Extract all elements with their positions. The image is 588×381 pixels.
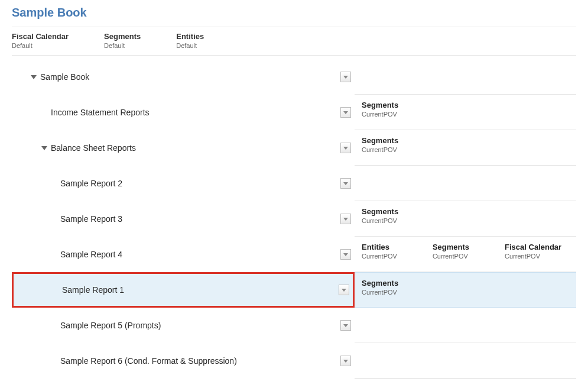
tree-label-wrap: Income Statement Reports: [12, 108, 355, 117]
detail-row: [355, 343, 576, 379]
row-menu-button[interactable]: [340, 107, 351, 118]
chevron-down-icon: [342, 289, 346, 292]
tree-item-label: Sample Report 5 (Prompts): [60, 321, 161, 330]
tree-row[interactable]: Sample Report 5 (Prompts): [12, 308, 355, 343]
detail-value: CurrentPOV: [362, 217, 398, 224]
detail-row: [355, 308, 576, 343]
detail-row: SegmentsCurrentPOV: [355, 272, 576, 308]
tree-row[interactable]: Balance Sheet Reports: [12, 130, 355, 166]
tree-label-wrap: Sample Report 1: [14, 285, 353, 295]
filter-value: Default: [12, 42, 69, 49]
filter-label: Segments: [104, 32, 141, 41]
filter-label: Entities: [176, 32, 204, 41]
tree-item-label: Income Statement Reports: [51, 108, 150, 117]
filter-item[interactable]: Fiscal CalendarDefault: [12, 32, 69, 49]
detail-panel: SegmentsCurrentPOVSegmentsCurrentPOVSegm…: [355, 56, 576, 379]
row-menu-button[interactable]: [340, 214, 351, 224]
chevron-down-icon: [343, 147, 348, 150]
detail-value: CurrentPOV: [505, 253, 561, 260]
filter-value: Default: [104, 42, 141, 49]
detail-label: Segments: [433, 243, 469, 251]
tree-row[interactable]: Sample Report 2: [12, 166, 355, 201]
detail-cell[interactable]: SegmentsCurrentPOV: [362, 101, 398, 130]
tree-label-wrap: Sample Book: [12, 72, 355, 82]
filter-item[interactable]: SegmentsDefault: [104, 32, 141, 49]
detail-cell[interactable]: SegmentsCurrentPOV: [362, 207, 398, 236]
filter-value: Default: [176, 42, 204, 49]
tree-label-wrap: Sample Report 3: [12, 214, 355, 224]
filter-label: Fiscal Calendar: [12, 32, 69, 41]
tree-item-label: Sample Report 1: [62, 285, 124, 295]
detail-value: CurrentPOV: [362, 146, 398, 153]
tree-row[interactable]: Sample Report 4: [12, 237, 355, 272]
detail-label: Segments: [362, 136, 398, 145]
tree-row[interactable]: Sample Report 3: [12, 201, 355, 237]
chevron-down-icon: [343, 111, 348, 114]
detail-value: CurrentPOV: [362, 111, 398, 118]
row-menu-button[interactable]: [339, 285, 349, 295]
page-title: Sample Book: [0, 0, 588, 27]
chevron-down-icon: [343, 218, 348, 221]
tree-item-label: Sample Report 4: [60, 250, 122, 259]
tree-item-label: Sample Report 3: [60, 214, 122, 224]
tree-item-label: Sample Book: [40, 72, 89, 82]
tree-row[interactable]: Sample Report 1: [12, 272, 355, 308]
row-menu-button[interactable]: [340, 178, 351, 189]
detail-row: [355, 166, 576, 201]
detail-value: CurrentPOV: [362, 253, 397, 260]
detail-row: SegmentsCurrentPOV: [355, 95, 576, 130]
tree-label-wrap: Sample Report 5 (Prompts): [12, 321, 355, 330]
chevron-down-icon: [343, 324, 348, 327]
tree-panel: Sample BookIncome Statement ReportsBalan…: [12, 56, 355, 379]
tree-label-wrap: Balance Sheet Reports: [12, 143, 355, 153]
tree-label-wrap: Sample Report 6 (Cond. Format & Suppress…: [12, 356, 355, 366]
tree-row[interactable]: Sample Book: [12, 59, 355, 95]
tree-row[interactable]: Income Statement Reports: [12, 95, 355, 130]
detail-label: Segments: [362, 101, 398, 109]
chevron-down-icon: [343, 76, 348, 79]
detail-label: Segments: [362, 207, 398, 216]
expand-toggle-icon[interactable]: [31, 75, 37, 79]
chevron-down-icon: [343, 253, 348, 256]
detail-cell[interactable]: SegmentsCurrentPOV: [362, 136, 398, 165]
detail-row: [355, 59, 576, 95]
detail-cell[interactable]: SegmentsCurrentPOV: [433, 243, 469, 272]
detail-value: CurrentPOV: [362, 289, 398, 296]
detail-row: SegmentsCurrentPOV: [355, 201, 576, 237]
detail-cell[interactable]: SegmentsCurrentPOV: [362, 279, 398, 307]
tree-row[interactable]: Sample Report 6 (Cond. Format & Suppress…: [12, 343, 355, 379]
chevron-down-icon: [343, 360, 348, 363]
detail-label: Fiscal Calendar: [505, 243, 561, 251]
content-area: Sample BookIncome Statement ReportsBalan…: [12, 56, 576, 379]
detail-value: CurrentPOV: [433, 253, 469, 260]
detail-cell[interactable]: Fiscal CalendarCurrentPOV: [505, 243, 561, 272]
tree-item-label: Balance Sheet Reports: [51, 143, 136, 153]
detail-row: SegmentsCurrentPOV: [355, 130, 576, 166]
filter-bar: Fiscal CalendarDefaultSegmentsDefaultEnt…: [12, 27, 576, 56]
row-menu-button[interactable]: [340, 143, 351, 153]
detail-cell[interactable]: EntitiesCurrentPOV: [362, 243, 397, 272]
row-menu-button[interactable]: [340, 249, 351, 260]
tree-label-wrap: Sample Report 4: [12, 250, 355, 259]
filter-item[interactable]: EntitiesDefault: [176, 32, 204, 49]
chevron-down-icon: [343, 182, 348, 185]
row-menu-button[interactable]: [340, 320, 351, 331]
row-menu-button[interactable]: [340, 356, 351, 366]
detail-label: Entities: [362, 243, 397, 251]
expand-toggle-icon[interactable]: [41, 146, 47, 150]
tree-item-label: Sample Report 6 (Cond. Format & Suppress…: [60, 356, 237, 366]
tree-item-label: Sample Report 2: [60, 179, 122, 188]
row-menu-button[interactable]: [340, 72, 351, 82]
detail-row: EntitiesCurrentPOVSegmentsCurrentPOVFisc…: [355, 237, 576, 272]
detail-label: Segments: [362, 279, 398, 288]
tree-label-wrap: Sample Report 2: [12, 179, 355, 188]
